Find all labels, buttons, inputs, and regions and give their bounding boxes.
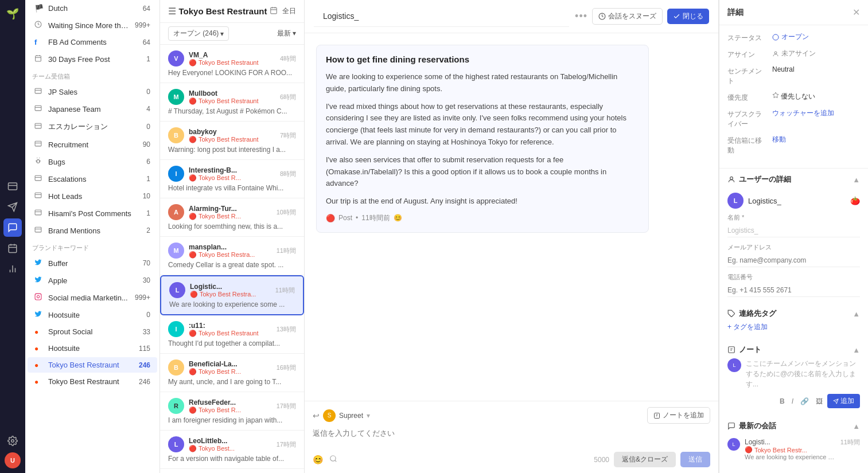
sidebar-item-sprout-social[interactable]: ● Sprout Social 33 (28, 324, 157, 339)
sidebar-item-escalation[interactable]: エスカレーション 0 (28, 118, 157, 135)
chevron-down-icon: ▾ (220, 30, 224, 38)
sidebar-item-waiting[interactable]: Waiting Since More tha... 999+ (28, 17, 157, 33)
sidebar-item-tokyo-best-active[interactable]: ● Tokyo Best Restraunt 246 (28, 357, 157, 373)
note-text: ここにチームメンバーをメンションするために@の後に名前を入力します... (746, 358, 860, 389)
messages-icon[interactable] (3, 218, 22, 237)
hamburger-icon[interactable]: ☰ (168, 6, 176, 17)
sidebar-item-hisami[interactable]: Hisami's Post Comments 1 (28, 205, 157, 221)
latest-conv-item[interactable]: L Logisti... 🔴 Tokyo Best Restr... We ar… (727, 435, 860, 464)
calendar-full-icon[interactable] (270, 6, 278, 16)
sidebar-item-hootsuite-twitter[interactable]: Hootsuite 0 (28, 307, 157, 323)
reply-close-button[interactable]: 返信&クローズ (614, 452, 676, 467)
conv-item[interactable]: M Mullboot 🔴 Tokyo Best Restraunt 6時間 # … (160, 83, 304, 122)
user-name-row: L Logistics_ 🍅 (719, 188, 868, 213)
field-phone-input[interactable] (727, 284, 860, 297)
inbox-sm-icon (34, 140, 44, 149)
tag-section-toggle[interactable]: ▲ (853, 310, 860, 318)
conv-item[interactable]: V VM_A 🔴 Tokyo Best Restraunt 4時間 Hey Ev… (160, 45, 304, 83)
note-section-toggle[interactable]: ▲ (853, 346, 860, 354)
reddit-icon: ● (34, 361, 44, 369)
field-group-name: 名前 * (719, 213, 868, 243)
clock-icon (34, 21, 44, 30)
conv-filter-button[interactable]: オープン (246) ▾ (168, 26, 229, 41)
sidebar-item-count: 999+ (135, 21, 150, 29)
sidebar-item-count: 246 (139, 361, 150, 369)
conv-header-actions: ••• 会話をスヌーズ 閉じる (575, 8, 709, 25)
reply-input[interactable] (313, 428, 710, 445)
latest-conv-toggle[interactable]: ▲ (853, 422, 860, 431)
note-bold-button[interactable]: B (777, 397, 787, 406)
sidebar-item-tokyo-best[interactable]: ● Tokyo Best Restraunt 246 (28, 374, 157, 389)
twitter-icon (34, 259, 44, 268)
conv-preview: My aunt, uncle, and I are going to T... (168, 378, 296, 386)
user-avatar[interactable]: U (5, 452, 21, 468)
svg-point-22 (730, 177, 733, 179)
note-image-button[interactable]: 🖼 (813, 397, 825, 406)
field-email-input[interactable] (727, 254, 860, 267)
conv-item[interactable]: L LeoLittleb... 🔴 Tokyo Best... 17時間 For… (160, 431, 304, 469)
close-conversation-button[interactable]: 閉じる (667, 9, 709, 24)
conv-item[interactable]: M mansplan... 🔴 Tokyo Best Restra... 11時… (160, 237, 304, 275)
sidebar-item-buffer[interactable]: Buffer 70 (28, 255, 157, 271)
conv-item[interactable]: B Beneficial-La... 🔴 Tokyo Best R... 16時… (160, 354, 304, 392)
sidebar-item-jp-sales[interactable]: JP Sales 0 (28, 84, 157, 100)
sidebar-item-count: 0 (146, 88, 150, 96)
sidebar-item-escalations[interactable]: Escalations 1 (28, 171, 157, 187)
add-tag-button[interactable]: + タグを追加 (727, 322, 860, 332)
fullday-label[interactable]: 全日 (282, 6, 296, 16)
sidebar-item-brand-mentions[interactable]: Brand Mentions 2 (28, 222, 157, 239)
user-name: Logistics_ (748, 197, 846, 205)
right-panel-close-button[interactable]: ✕ (853, 7, 860, 18)
note-add-button[interactable]: 追加 (827, 394, 860, 408)
conv-sort-button[interactable]: 最新 ▾ (277, 29, 296, 38)
sidebar-item-japanese-team[interactable]: Japanese Team 4 (28, 101, 157, 117)
brand-icon[interactable]: 🌱 (3, 5, 22, 23)
conv-preview: I am foreigner residing in japan with... (168, 416, 296, 424)
twitter-icon (34, 276, 44, 285)
send-button[interactable]: 送信 (680, 452, 710, 467)
field-name-input[interactable] (727, 224, 860, 237)
inbox-icon[interactable] (3, 177, 22, 196)
conv-item[interactable]: S sangtoms 🔴 Tokyo Best Restraunt (160, 469, 304, 473)
conv-meta: Beneficial-La... 🔴 Tokyo Best R... (189, 360, 272, 376)
conv-item[interactable]: A Alarming-Tur... 🔴 Tokyo Best R... 10時間… (160, 198, 304, 237)
sidebar-item-dutch[interactable]: 🏴 Dutch 64 (28, 1, 157, 16)
sidebar-item-bugs[interactable]: Bugs 6 (28, 154, 157, 170)
note-link-button[interactable]: 🔗 (798, 397, 811, 406)
latest-conv-avatar: L (727, 438, 740, 451)
sidebar-item-fb-ad[interactable]: f FB Ad Comments 64 (28, 34, 157, 50)
conv-item[interactable]: I Interesting-B... 🔴 Tokyo Best R... 8時間… (160, 160, 304, 198)
sidebar-item-social-media[interactable]: Social media Marketin... 999+ (28, 290, 157, 306)
emoji-icon[interactable]: 😊 (313, 455, 324, 465)
sidebar-item-30days[interactable]: 30 Days Free Post 1 (28, 51, 157, 67)
conv-meta: Interesting-B... 🔴 Tokyo Best R... (189, 166, 275, 182)
sidebar-item-apple[interactable]: Apple 30 (28, 272, 157, 288)
snooze-button[interactable]: 会話をスヌーズ (592, 8, 663, 25)
conv-time: 8時間 (280, 170, 296, 178)
conv-item-logistics[interactable]: L Logistic... 🔴 Tokyo Best Restra... 11時… (160, 275, 304, 315)
inbox-sm-icon (34, 104, 44, 114)
sidebar-item-hot-leads[interactable]: Hot Leads 10 (28, 188, 157, 204)
conv-avatar: B (168, 359, 184, 376)
svg-point-2 (11, 440, 14, 443)
user-section-toggle[interactable]: ▲ (853, 175, 860, 184)
send-icon[interactable] (3, 198, 22, 216)
note-italic-button[interactable]: I (789, 397, 796, 406)
conv-item[interactable]: B babykoy 🔴 Tokyo Best Restraunt 7時間 War… (160, 122, 304, 160)
search-icon[interactable] (329, 455, 337, 465)
conv-item[interactable]: I :u11: 🔴 Tokyo Best Restraunt 13時間 Thou… (160, 315, 304, 354)
sidebar-item-recruitment[interactable]: Recruitment 90 (28, 136, 157, 153)
svg-rect-4 (36, 56, 41, 61)
svg-rect-13 (35, 294, 41, 300)
conv-avatar: R (168, 398, 184, 414)
note-input-area: L ここにチームメンバーをメンションするために@の後に名前を入力します... (727, 358, 860, 389)
sidebar-item-hootsuite-reddit[interactable]: ● Hootsuite 115 (28, 341, 157, 356)
calendar-icon[interactable] (3, 239, 22, 257)
subscriber-value[interactable]: ウォッチャーを追加 (772, 108, 860, 118)
settings-icon[interactable] (3, 432, 22, 450)
inbox-move-value[interactable]: 移動 (772, 135, 860, 144)
add-note-button[interactable]: ノートを追加 (647, 407, 710, 424)
reports-icon[interactable] (3, 260, 22, 278)
conv-item[interactable]: R RefuseFeder... 🔴 Tokyo Best R... 17時間 … (160, 392, 304, 431)
more-options-button[interactable]: ••• (575, 10, 587, 22)
